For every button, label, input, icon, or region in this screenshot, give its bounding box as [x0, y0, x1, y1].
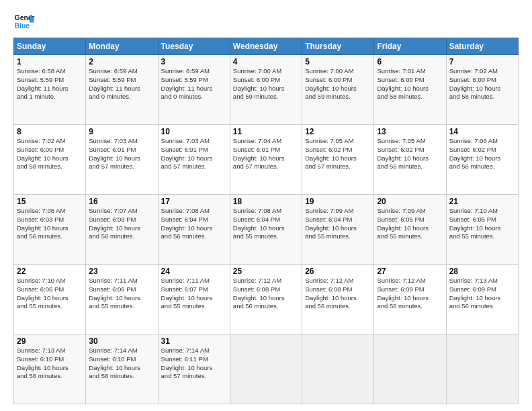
calendar-cell: 12Sunrise: 7:05 AM Sunset: 6:02 PM Dayli… [302, 125, 374, 195]
calendar-cell: 6Sunrise: 7:01 AM Sunset: 6:00 PM Daylig… [374, 55, 446, 125]
calendar-week-row: 8Sunrise: 7:02 AM Sunset: 6:00 PM Daylig… [14, 125, 519, 195]
calendar-cell: 23Sunrise: 7:11 AM Sunset: 6:06 PM Dayli… [86, 265, 158, 334]
day-number: 21 [449, 197, 515, 206]
day-info: Sunrise: 7:08 AM Sunset: 6:04 PM Dayligh… [161, 207, 227, 241]
day-number: 31 [161, 336, 227, 346]
day-number: 25 [233, 267, 299, 276]
day-number: 4 [233, 57, 299, 66]
weekday-header-cell: Monday [86, 38, 158, 55]
weekday-header-cell: Sunday [14, 38, 86, 55]
day-number: 3 [161, 57, 227, 66]
day-info: Sunrise: 7:07 AM Sunset: 6:03 PM Dayligh… [89, 207, 154, 241]
day-number: 15 [17, 197, 83, 206]
logo-icon: General Blue [13, 11, 35, 32]
day-number: 30 [89, 336, 154, 346]
calendar-cell: 8Sunrise: 7:02 AM Sunset: 6:00 PM Daylig… [14, 125, 86, 195]
day-info: Sunrise: 7:05 AM Sunset: 6:02 PM Dayligh… [377, 137, 443, 171]
day-info: Sunrise: 6:59 AM Sunset: 5:59 PM Dayligh… [89, 67, 154, 101]
day-info: Sunrise: 7:05 AM Sunset: 6:02 PM Dayligh… [305, 137, 371, 171]
calendar-week-row: 15Sunrise: 7:06 AM Sunset: 6:03 PM Dayli… [14, 195, 519, 265]
day-info: Sunrise: 7:01 AM Sunset: 6:00 PM Dayligh… [377, 67, 443, 101]
day-info: Sunrise: 7:00 AM Sunset: 6:00 PM Dayligh… [305, 67, 371, 101]
day-info: Sunrise: 7:13 AM Sunset: 6:09 PM Dayligh… [449, 277, 515, 311]
calendar-body: 1Sunrise: 6:58 AM Sunset: 5:59 PM Daylig… [14, 55, 519, 404]
day-info: Sunrise: 7:12 AM Sunset: 6:08 PM Dayligh… [305, 277, 371, 311]
day-number: 12 [305, 127, 371, 136]
day-info: Sunrise: 6:58 AM Sunset: 5:59 PM Dayligh… [17, 67, 83, 101]
calendar-cell: 15Sunrise: 7:06 AM Sunset: 6:03 PM Dayli… [14, 195, 86, 265]
page: General Blue SundayMondayTuesdayWednesda… [0, 0, 532, 411]
day-info: Sunrise: 7:14 AM Sunset: 6:10 PM Dayligh… [89, 347, 154, 381]
calendar-cell: 9Sunrise: 7:03 AM Sunset: 6:01 PM Daylig… [86, 125, 158, 195]
day-number: 11 [233, 127, 299, 136]
day-info: Sunrise: 7:02 AM Sunset: 6:00 PM Dayligh… [449, 67, 515, 101]
calendar-cell: 24Sunrise: 7:11 AM Sunset: 6:07 PM Dayli… [158, 265, 230, 334]
day-info: Sunrise: 7:02 AM Sunset: 6:00 PM Dayligh… [17, 137, 83, 171]
calendar-cell: 14Sunrise: 7:06 AM Sunset: 6:02 PM Dayli… [446, 125, 518, 195]
calendar-cell: 27Sunrise: 7:12 AM Sunset: 6:09 PM Dayli… [374, 265, 446, 334]
day-number: 9 [89, 127, 154, 136]
day-info: Sunrise: 7:12 AM Sunset: 6:08 PM Dayligh… [233, 277, 299, 311]
day-info: Sunrise: 6:59 AM Sunset: 5:59 PM Dayligh… [161, 67, 227, 101]
calendar-cell: 1Sunrise: 6:58 AM Sunset: 5:59 PM Daylig… [14, 55, 86, 125]
day-number: 8 [17, 127, 83, 136]
day-number: 13 [377, 127, 443, 136]
calendar-cell [446, 334, 518, 404]
day-number: 24 [161, 267, 227, 276]
day-number: 10 [161, 127, 227, 136]
day-number: 16 [89, 197, 154, 206]
calendar-cell: 11Sunrise: 7:04 AM Sunset: 6:01 PM Dayli… [230, 125, 302, 195]
calendar-cell: 21Sunrise: 7:10 AM Sunset: 6:05 PM Dayli… [446, 195, 518, 265]
day-number: 6 [377, 57, 443, 66]
day-info: Sunrise: 7:11 AM Sunset: 6:07 PM Dayligh… [161, 277, 227, 311]
day-info: Sunrise: 7:06 AM Sunset: 6:03 PM Dayligh… [17, 207, 83, 241]
weekday-header-cell: Saturday [446, 38, 518, 55]
weekday-header-row: SundayMondayTuesdayWednesdayThursdayFrid… [14, 38, 519, 55]
day-number: 22 [17, 267, 83, 276]
day-number: 5 [305, 57, 371, 66]
svg-text:Blue: Blue [15, 22, 30, 30]
day-info: Sunrise: 7:10 AM Sunset: 6:06 PM Dayligh… [17, 277, 83, 311]
calendar-cell: 29Sunrise: 7:13 AM Sunset: 6:10 PM Dayli… [14, 334, 86, 404]
calendar-cell: 4Sunrise: 7:00 AM Sunset: 6:00 PM Daylig… [230, 55, 302, 125]
calendar-cell: 19Sunrise: 7:09 AM Sunset: 6:04 PM Dayli… [302, 195, 374, 265]
day-info: Sunrise: 7:12 AM Sunset: 6:09 PM Dayligh… [377, 277, 443, 311]
calendar-cell: 18Sunrise: 7:08 AM Sunset: 6:04 PM Dayli… [230, 195, 302, 265]
calendar-cell: 30Sunrise: 7:14 AM Sunset: 6:10 PM Dayli… [86, 334, 158, 404]
calendar-cell: 25Sunrise: 7:12 AM Sunset: 6:08 PM Dayli… [230, 265, 302, 334]
day-number: 7 [449, 57, 515, 66]
calendar-cell: 22Sunrise: 7:10 AM Sunset: 6:06 PM Dayli… [14, 265, 86, 334]
day-info: Sunrise: 7:04 AM Sunset: 6:01 PM Dayligh… [233, 137, 299, 171]
day-number: 2 [89, 57, 154, 66]
weekday-header-cell: Friday [374, 38, 446, 55]
calendar-cell: 5Sunrise: 7:00 AM Sunset: 6:00 PM Daylig… [302, 55, 374, 125]
calendar-cell [302, 334, 374, 404]
calendar-cell [374, 334, 446, 404]
logo: General Blue [13, 11, 35, 32]
day-number: 19 [305, 197, 371, 206]
day-info: Sunrise: 7:14 AM Sunset: 6:11 PM Dayligh… [161, 347, 227, 381]
day-number: 29 [17, 336, 83, 346]
calendar-cell: 7Sunrise: 7:02 AM Sunset: 6:00 PM Daylig… [446, 55, 518, 125]
day-info: Sunrise: 7:09 AM Sunset: 6:04 PM Dayligh… [305, 207, 371, 241]
calendar-cell: 3Sunrise: 6:59 AM Sunset: 5:59 PM Daylig… [158, 55, 230, 125]
day-info: Sunrise: 7:08 AM Sunset: 6:04 PM Dayligh… [233, 207, 299, 241]
calendar-table: SundayMondayTuesdayWednesdayThursdayFrid… [13, 38, 519, 404]
weekday-header-cell: Tuesday [158, 38, 230, 55]
calendar-cell: 31Sunrise: 7:14 AM Sunset: 6:11 PM Dayli… [158, 334, 230, 404]
day-info: Sunrise: 7:03 AM Sunset: 6:01 PM Dayligh… [161, 137, 227, 171]
calendar-cell: 16Sunrise: 7:07 AM Sunset: 6:03 PM Dayli… [86, 195, 158, 265]
weekday-header-cell: Thursday [302, 38, 374, 55]
day-info: Sunrise: 7:06 AM Sunset: 6:02 PM Dayligh… [449, 137, 515, 171]
calendar-week-row: 29Sunrise: 7:13 AM Sunset: 6:10 PM Dayli… [14, 334, 519, 404]
calendar-cell: 17Sunrise: 7:08 AM Sunset: 6:04 PM Dayli… [158, 195, 230, 265]
day-number: 14 [449, 127, 515, 136]
day-info: Sunrise: 7:03 AM Sunset: 6:01 PM Dayligh… [89, 137, 154, 171]
calendar-cell: 28Sunrise: 7:13 AM Sunset: 6:09 PM Dayli… [446, 265, 518, 334]
day-number: 28 [449, 267, 515, 276]
calendar-cell: 13Sunrise: 7:05 AM Sunset: 6:02 PM Dayli… [374, 125, 446, 195]
calendar-week-row: 22Sunrise: 7:10 AM Sunset: 6:06 PM Dayli… [14, 265, 519, 334]
day-number: 26 [305, 267, 371, 276]
day-info: Sunrise: 7:10 AM Sunset: 6:05 PM Dayligh… [449, 207, 515, 241]
day-info: Sunrise: 7:13 AM Sunset: 6:10 PM Dayligh… [17, 347, 83, 381]
